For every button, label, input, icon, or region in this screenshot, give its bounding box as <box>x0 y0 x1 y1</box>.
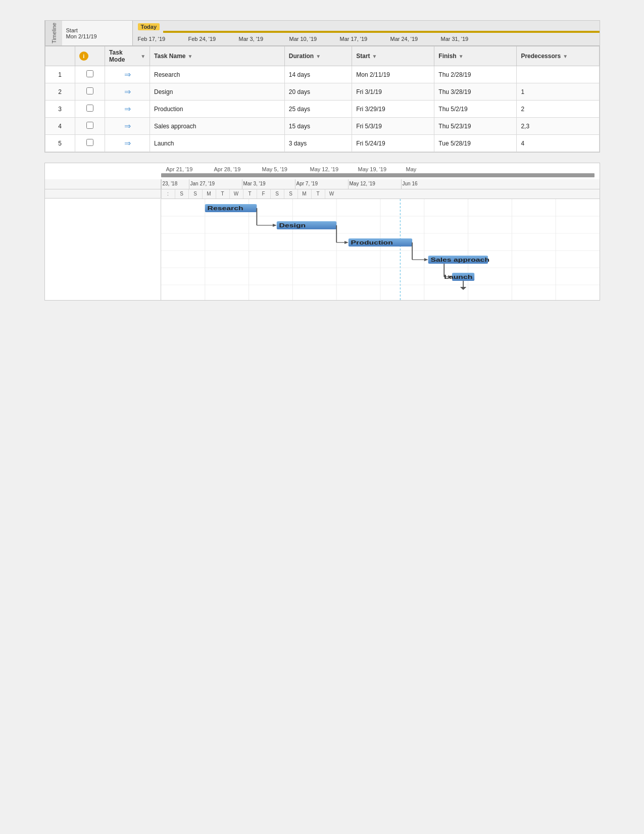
wd-2: Mar 3, '19 <box>242 179 295 189</box>
cell-info-0 <box>75 66 105 83</box>
th-start[interactable]: Start ▼ <box>352 46 434 66</box>
cell-dur-2: 25 days <box>284 101 352 118</box>
name-sort-arrow: ▼ <box>188 54 193 59</box>
wd-5: Jun 16 <box>401 179 436 189</box>
row-checkbox-1[interactable] <box>86 87 93 94</box>
cell-mode-4: ⇒ <box>105 135 150 152</box>
bottom-section: Apr 21, '19 Apr 28, '19 May 5, '19 May 1… <box>44 163 600 301</box>
timeline-start-date: Mon 2/11/19 <box>66 33 128 39</box>
start-sort-arrow: ▼ <box>372 54 377 59</box>
cell-start-0: Mon 2/11/19 <box>352 66 434 83</box>
dc-1: S <box>175 189 188 199</box>
gantt-bars-container: Research Design <box>45 199 600 300</box>
row-checkbox-3[interactable] <box>86 122 93 129</box>
cell-finish-0: Thu 2/28/19 <box>434 66 517 83</box>
task-mode-icon-0: ⇒ <box>124 70 131 79</box>
table-row: 1 ⇒ Research 14 days Mon 2/11/19 Thu 2/2… <box>45 66 599 83</box>
row-checkbox-2[interactable] <box>86 105 93 112</box>
row-checkbox-4[interactable] <box>86 139 93 146</box>
cell-finish-3: Thu 5/23/19 <box>434 118 517 135</box>
timeline-header: Timeline Start Mon 2/11/19 Today Feb 17,… <box>45 21 600 46</box>
table-row: 5 ⇒ Launch 3 days Fri 5/24/19 Tue 5/28/1… <box>45 135 599 152</box>
btd-1: Apr 28, '19 <box>214 166 262 172</box>
bottom-top-dates: Apr 21, '19 Apr 28, '19 May 5, '19 May 1… <box>45 163 600 179</box>
th-duration[interactable]: Duration ▼ <box>284 46 352 66</box>
bottom-gray-bar <box>161 173 595 177</box>
th-predecessors[interactable]: Predecessors ▼ <box>517 46 599 66</box>
day-header-container: : S S M T W T F S S M T W <box>45 189 600 199</box>
info-icon: i <box>79 52 88 61</box>
bar-label-design: Design <box>279 223 306 228</box>
btd-2: May 5, '19 <box>262 166 310 172</box>
dc-0: : <box>161 189 175 199</box>
dc-2: S <box>188 189 202 199</box>
dc-5: W <box>229 189 243 199</box>
th-mode[interactable]: Task Mode ▼ <box>105 46 150 66</box>
task-mode-icon-1: ⇒ <box>124 87 131 96</box>
today-bar <box>163 31 600 33</box>
table-row: 3 ⇒ Production 25 days Fri 3/29/19 Thu 5… <box>45 101 599 118</box>
today-marker-row: Today <box>133 21 600 33</box>
pred-sort-arrow: ▼ <box>563 54 568 59</box>
th-name[interactable]: Task Name ▼ <box>150 46 285 66</box>
date-label-1: Feb 24, '19 <box>188 36 239 42</box>
gantt-bars-svg-area: Research Design <box>161 199 600 300</box>
cell-start-4: Fri 5/24/19 <box>352 135 434 152</box>
date-label-4: Mar 17, '19 <box>340 36 390 42</box>
cell-name-2: Production <box>150 101 285 118</box>
cell-start-1: Fri 3/1/19 <box>352 83 434 101</box>
cell-num-1: 2 <box>45 83 75 101</box>
cell-dur-4: 3 days <box>284 135 352 152</box>
svg-marker-28 <box>460 287 466 290</box>
cell-mode-0: ⇒ <box>105 66 150 83</box>
cell-num-0: 1 <box>45 66 75 83</box>
dc-10: M <box>298 189 311 199</box>
cell-finish-4: Tue 5/28/19 <box>434 135 517 152</box>
gantt-chart-area: 23, '18 Jan 27, '19 Mar 3, '19 Apr 7, '1… <box>45 179 600 300</box>
th-info: i <box>75 46 105 66</box>
task-mode-icon-3: ⇒ <box>124 121 131 131</box>
date-label-0: Feb 17, '19 <box>138 36 188 42</box>
cell-info-1 <box>75 83 105 101</box>
bar-label-research: Research <box>207 206 243 211</box>
task-mode-icon-2: ⇒ <box>124 104 131 114</box>
cell-pred-3: 2,3 <box>517 118 599 135</box>
cell-dur-1: 20 days <box>284 83 352 101</box>
cell-num-4: 5 <box>45 135 75 152</box>
day-cells-row: : S S M T W T F S S M T W <box>161 189 600 199</box>
week-dates-row: 23, '18 Jan 27, '19 Mar 3, '19 Apr 7, '1… <box>161 179 600 189</box>
table-row: 2 ⇒ Design 20 days Fri 3/1/19 Thu 3/28/1… <box>45 83 599 101</box>
dc-8: S <box>270 189 284 199</box>
wd-0: 23, '18 <box>161 179 189 189</box>
date-label-2: Mar 3, '19 <box>239 36 289 42</box>
cell-finish-2: Thu 5/2/19 <box>434 101 517 118</box>
dc-4: T <box>216 189 229 199</box>
cell-mode-3: ⇒ <box>105 118 150 135</box>
page-container: Timeline Start Mon 2/11/19 Today Feb 17,… <box>44 20 600 301</box>
dates-row: Feb 17, '19 Feb 24, '19 Mar 3, '19 Mar 1… <box>133 33 600 45</box>
task-table: i Task Mode ▼ Task Name ▼ <box>45 46 600 152</box>
cell-num-2: 3 <box>45 101 75 118</box>
mode-sort-arrow: ▼ <box>140 54 145 59</box>
btd-3: May 12, '19 <box>310 166 358 172</box>
bar-label-sales: Sales approach <box>430 257 489 263</box>
cell-num-3: 4 <box>45 118 75 135</box>
cell-info-3 <box>75 118 105 135</box>
bar-label-launch: Launch <box>444 274 472 280</box>
cell-pred-2: 2 <box>517 101 599 118</box>
timeline-label: Timeline <box>45 21 62 45</box>
cell-mode-1: ⇒ <box>105 83 150 101</box>
timeline-start-col: Start Mon 2/11/19 <box>62 21 133 45</box>
btd-5: May <box>406 166 436 172</box>
row-checkbox-0[interactable] <box>86 70 93 77</box>
date-label-6: Mar 31, '19 <box>441 36 491 42</box>
dc-11: T <box>311 189 325 199</box>
timeline-dates-area: Today Feb 17, '19 Feb 24, '19 Mar 3, '19… <box>133 21 600 45</box>
th-finish[interactable]: Finish ▼ <box>434 46 517 66</box>
table-row: 4 ⇒ Sales approach 15 days Fri 5/3/19 Th… <box>45 118 599 135</box>
date-label-5: Mar 24, '19 <box>390 36 441 42</box>
th-num <box>45 46 75 66</box>
gantt-svg: Research Design <box>161 199 600 300</box>
cell-name-1: Design <box>150 83 285 101</box>
cell-mode-2: ⇒ <box>105 101 150 118</box>
